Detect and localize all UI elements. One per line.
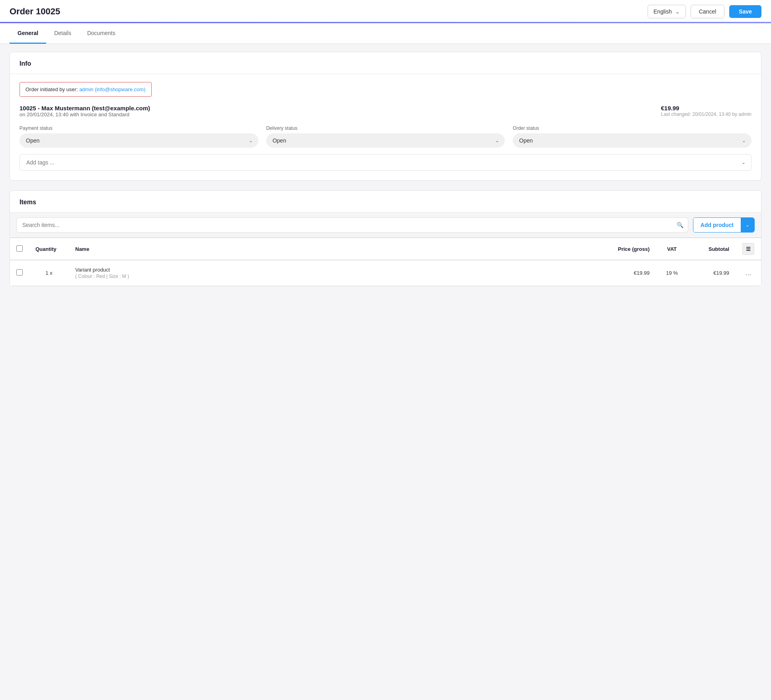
payment-status-select[interactable]: Open Paid Partial Cancelled — [20, 133, 258, 148]
col-header-name: Name — [69, 238, 600, 260]
row-price: €19.99 — [600, 260, 656, 286]
items-search-wrap: 🔍 — [16, 217, 688, 233]
tags-input[interactable] — [20, 154, 751, 170]
order-info-row: 10025 - Max Mustermann (test@example.com… — [20, 105, 751, 117]
search-icon: 🔍 — [677, 222, 683, 228]
order-date-text: on 20/01/2024, 13:40 with Invoice and St… — [20, 111, 150, 117]
tab-details[interactable]: Details — [46, 23, 79, 44]
info-section-title: Info — [10, 52, 761, 74]
payment-status-group: Payment status Open Paid Partial Cancell… — [20, 125, 258, 148]
chevron-down-icon: ⌄ — [675, 8, 680, 15]
order-last-changed: Last changed: 20/01/2024, 13:40 by admin — [661, 111, 751, 117]
items-section-title: Items — [10, 191, 761, 206]
payment-status-select-wrap: Open Paid Partial Cancelled ⌄ — [20, 133, 258, 148]
product-variant: ( Colour : Red | Size : M ) — [75, 274, 594, 279]
row-subtotal: €19.99 — [688, 260, 736, 286]
add-product-dropdown-button[interactable]: ⌄ — [741, 218, 754, 232]
row-checkbox[interactable] — [16, 269, 23, 276]
select-all-checkbox[interactable] — [16, 245, 23, 252]
order-status-select[interactable]: Open In Progress Done Cancelled — [513, 133, 751, 148]
tab-documents[interactable]: Documents — [79, 23, 123, 44]
row-quantity: 1 x — [29, 260, 69, 286]
tab-general[interactable]: General — [10, 23, 46, 44]
items-card: Items 🔍 Add product ⌄ Quantity Name — [10, 190, 761, 286]
items-table: Quantity Name Price (gross) VAT Subtotal… — [10, 238, 761, 286]
delivery-status-label: Delivery status — [266, 125, 505, 131]
order-main-text: 10025 - Max Mustermann (test@example.com… — [20, 105, 150, 111]
add-product-btn-group: Add product ⌄ — [693, 217, 755, 233]
search-input[interactable] — [16, 217, 688, 233]
col-header-check — [10, 238, 29, 260]
delivery-status-group: Delivery status Open Shipped Partial Can… — [266, 125, 505, 148]
page-title: Order 10025 — [10, 6, 60, 17]
order-initiated-user-link[interactable]: admin (info@shopware.com) — [79, 86, 145, 92]
col-header-price: Price (gross) — [600, 238, 656, 260]
language-value: English — [654, 8, 672, 15]
items-search-row: 🔍 Add product ⌄ — [10, 213, 761, 238]
table-body: 1 x Variant product ( Colour : Red | Siz… — [10, 260, 761, 286]
row-actions-button[interactable]: … — [742, 268, 755, 278]
col-header-quantity: Quantity — [29, 238, 69, 260]
add-product-button[interactable]: Add product — [693, 218, 741, 232]
page-header: Order 10025 English ⌄ Cancel Save — [0, 0, 771, 23]
col-header-actions: ☰ — [736, 238, 761, 260]
table-settings-button[interactable]: ☰ — [742, 243, 754, 255]
status-row: Payment status Open Paid Partial Cancell… — [20, 125, 751, 148]
info-card: Info Order initiated by user: admin (inf… — [10, 52, 761, 181]
delivery-status-select[interactable]: Open Shipped Partial Cancelled — [266, 133, 505, 148]
row-check-cell — [10, 260, 29, 286]
info-card-body: Order initiated by user: admin (info@sho… — [10, 74, 761, 180]
delivery-status-select-wrap: Open Shipped Partial Cancelled ⌄ — [266, 133, 505, 148]
product-name: Variant product — [75, 267, 594, 273]
header-actions: English ⌄ Cancel Save — [648, 5, 761, 18]
tabs-bar: General Details Documents — [0, 23, 771, 44]
table-header-row: Quantity Name Price (gross) VAT Subtotal… — [10, 238, 761, 260]
cancel-button[interactable]: Cancel — [691, 5, 725, 18]
row-vat: 19 % — [656, 260, 688, 286]
order-info-right: €19.99 Last changed: 20/01/2024, 13:40 b… — [661, 105, 751, 117]
order-status-label: Order status — [513, 125, 751, 131]
language-selector[interactable]: English ⌄ — [648, 5, 686, 18]
table-row: 1 x Variant product ( Colour : Red | Siz… — [10, 260, 761, 286]
save-button[interactable]: Save — [729, 5, 761, 18]
tags-row: ⌄ — [20, 154, 751, 171]
main-content: Info Order initiated by user: admin (inf… — [0, 52, 771, 305]
order-initiated-prefix: Order initiated by user: — [25, 86, 79, 92]
row-name-cell: Variant product ( Colour : Red | Size : … — [69, 260, 600, 286]
order-info-left: 10025 - Max Mustermann (test@example.com… — [20, 105, 150, 117]
col-header-subtotal: Subtotal — [688, 238, 736, 260]
payment-status-label: Payment status — [20, 125, 258, 131]
order-status-group: Order status Open In Progress Done Cance… — [513, 125, 751, 148]
order-price: €19.99 — [661, 105, 751, 111]
tags-input-wrap: ⌄ — [20, 154, 751, 171]
col-header-vat: VAT — [656, 238, 688, 260]
order-initiated-box: Order initiated by user: admin (info@sho… — [20, 82, 152, 97]
chevron-down-icon: ⌄ — [742, 160, 746, 165]
table-head: Quantity Name Price (gross) VAT Subtotal… — [10, 238, 761, 260]
order-status-select-wrap: Open In Progress Done Cancelled ⌄ — [513, 133, 751, 148]
row-actions-cell: … — [736, 260, 761, 286]
